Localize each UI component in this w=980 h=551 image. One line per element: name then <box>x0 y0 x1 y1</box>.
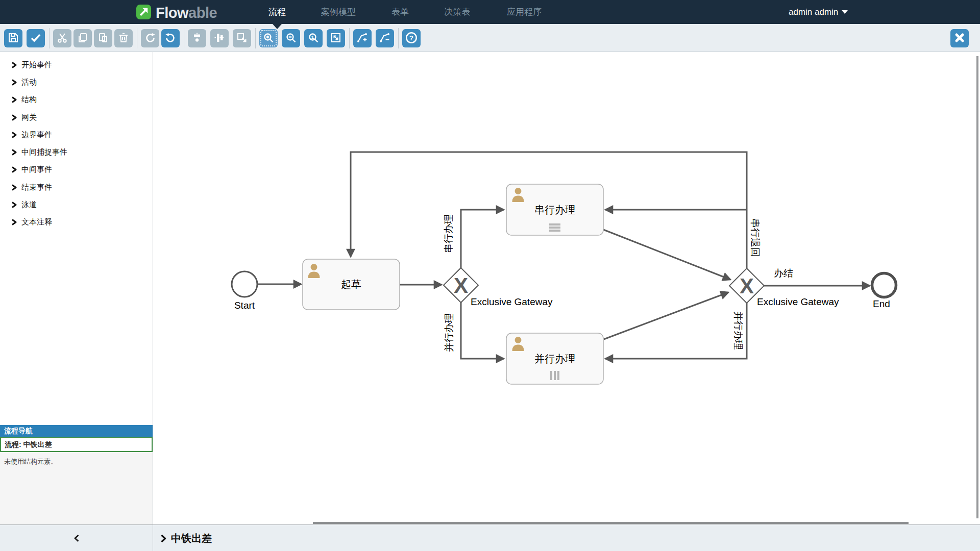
zoom-out-icon <box>285 32 297 45</box>
palette-item-gateways[interactable]: 网关 <box>0 109 153 126</box>
palette-item-label: 开始事件 <box>21 60 52 70</box>
tab-apps[interactable]: 应用程序 <box>507 0 542 24</box>
edge-gateway1-to-parallel[interactable] <box>461 303 504 359</box>
zoom-fit-button[interactable] <box>327 29 345 47</box>
palette-item-label: 中间捕捉事件 <box>21 147 67 157</box>
help-icon: ? <box>405 31 418 46</box>
palette-item-text-annotation[interactable]: 文本注释 <box>0 214 153 231</box>
add-bendpoint-button[interactable] <box>353 29 372 47</box>
gateway-2-label: Exclusive Gateway <box>757 296 839 307</box>
process-navigator-panel: 流程导航 流程: 中铁出差 未使用结构元素。 <box>0 425 153 524</box>
paste-button[interactable] <box>94 29 112 47</box>
status-bar: 中铁出差 <box>0 524 980 551</box>
flowable-brand[interactable]: Flowable <box>136 4 217 22</box>
brand-wordmark: Flowable <box>156 5 217 21</box>
sequential-multi-instance-icon <box>549 223 560 232</box>
chevron-right-icon <box>11 132 17 138</box>
redo-button[interactable] <box>141 29 159 47</box>
end-event[interactable] <box>872 273 896 297</box>
palette-item-intermediate-catching-events[interactable]: 中间捕捉事件 <box>0 143 153 161</box>
toolbar-separator <box>184 28 184 48</box>
chevron-right-icon <box>11 96 17 103</box>
close-icon <box>953 32 966 45</box>
save-button[interactable] <box>4 29 22 47</box>
task-draft[interactable]: 起草 <box>303 259 400 310</box>
vertical-scrollbar[interactable] <box>976 56 978 518</box>
horizontal-scrollbar[interactable] <box>313 522 909 524</box>
palette-item-label: 中间事件 <box>21 165 52 174</box>
close-editor-button[interactable] <box>950 29 969 47</box>
delete-button[interactable] <box>114 29 133 47</box>
cut-icon <box>56 32 68 45</box>
navigator-empty-message: 未使用结构元素。 <box>0 452 153 471</box>
toolbar-separator <box>398 28 399 48</box>
zoom-actual-button[interactable]: 1 <box>304 29 323 47</box>
validate-button[interactable] <box>27 29 45 47</box>
edge-label-serial-route: 串行办理 <box>443 214 454 253</box>
user-menu-label: admin admin <box>789 7 838 17</box>
start-event-label: Start <box>234 300 255 311</box>
task-parallel[interactable]: 并行办理 <box>506 333 603 384</box>
tab-forms[interactable]: 表单 <box>391 0 409 24</box>
paste-icon <box>97 32 109 45</box>
zoom-fit-icon <box>330 32 342 45</box>
validate-check-icon <box>30 32 42 45</box>
breadcrumb[interactable]: 中铁出差 <box>160 525 212 551</box>
toolbar-separator <box>255 28 256 48</box>
edge-serial-to-gateway2[interactable] <box>603 230 730 280</box>
top-navbar: Flowable 流程 案例模型 表单 决策表 应用程序 admin admin <box>0 0 980 24</box>
same-size-button[interactable] <box>233 29 251 47</box>
remove-bendpoint-icon <box>379 32 391 45</box>
parallel-multi-instance-icon <box>550 371 559 380</box>
chevron-right-icon <box>11 62 17 68</box>
gateway-x-icon: X <box>740 274 754 298</box>
palette-item-label: 泳道 <box>21 200 37 210</box>
palette-item-swimlanes[interactable]: 泳道 <box>0 196 153 213</box>
palette-sidebar: 开始事件 活动 结构 网关 边界事件 中间捕捉事件 中间事件 结束事件 泳道 文… <box>0 52 153 551</box>
palette-item-end-events[interactable]: 结束事件 <box>0 179 153 196</box>
cut-button[interactable] <box>53 29 71 47</box>
palette-item-structure[interactable]: 结构 <box>0 91 153 109</box>
undo-button[interactable] <box>161 29 180 47</box>
same-size-icon <box>236 32 248 45</box>
collapse-sidebar-button[interactable] <box>0 525 153 551</box>
remove-bendpoint-button[interactable] <box>376 29 394 47</box>
edge-gateway1-to-serial[interactable] <box>461 210 504 268</box>
chevron-right-icon <box>11 149 17 156</box>
zoom-in-button[interactable] <box>259 29 278 47</box>
edge-parallel-to-gateway2[interactable] <box>604 292 728 339</box>
process-title: 中铁出差 <box>171 532 212 545</box>
help-button[interactable]: ? <box>402 29 421 47</box>
task-serial[interactable]: 串行办理 <box>506 184 603 235</box>
start-event[interactable] <box>232 271 257 297</box>
user-menu[interactable]: admin admin <box>789 0 848 24</box>
tab-case-models[interactable]: 案例模型 <box>321 0 356 24</box>
align-vertical-button[interactable] <box>188 29 206 47</box>
edge-label-parallel-route: 并行办理 <box>444 313 454 352</box>
copy-button[interactable] <box>74 29 92 47</box>
edge-label-finish: 办结 <box>774 268 793 279</box>
palette-item-start-events[interactable]: 开始事件 <box>0 56 153 73</box>
chevron-down-icon <box>842 10 848 14</box>
edge-label-serial-return: 串行退回 <box>750 218 761 257</box>
palette-item-activities[interactable]: 活动 <box>0 73 153 91</box>
redo-icon <box>144 32 156 45</box>
bpmn-canvas[interactable]: 串行办理 并行办理 串行退回 并行办理 办结 Start 起草 串行办理 并行办… <box>153 52 980 524</box>
palette-item-intermediate-events[interactable]: 中间事件 <box>0 161 153 179</box>
tab-processes[interactable]: 流程 <box>268 0 286 24</box>
palette-item-boundary-events[interactable]: 边界事件 <box>0 126 153 143</box>
palette-item-label: 文本注释 <box>21 217 52 227</box>
align-horizontal-icon <box>213 32 226 45</box>
palette-item-label: 活动 <box>21 78 37 87</box>
save-icon <box>7 32 19 45</box>
navigator-header: 流程导航 <box>0 425 153 437</box>
align-vertical-icon <box>191 32 203 45</box>
flowable-logo-icon <box>136 4 152 22</box>
align-horizontal-button[interactable] <box>210 29 229 47</box>
zoom-out-button[interactable] <box>282 29 300 47</box>
navigator-selected-process[interactable]: 流程: 中铁出差 <box>0 437 153 452</box>
tab-decision-tables[interactable]: 决策表 <box>445 0 471 24</box>
palette-item-label: 结构 <box>21 95 37 105</box>
add-bendpoint-icon <box>356 32 369 45</box>
edge-label-parallel-return: 并行办理 <box>733 311 744 350</box>
